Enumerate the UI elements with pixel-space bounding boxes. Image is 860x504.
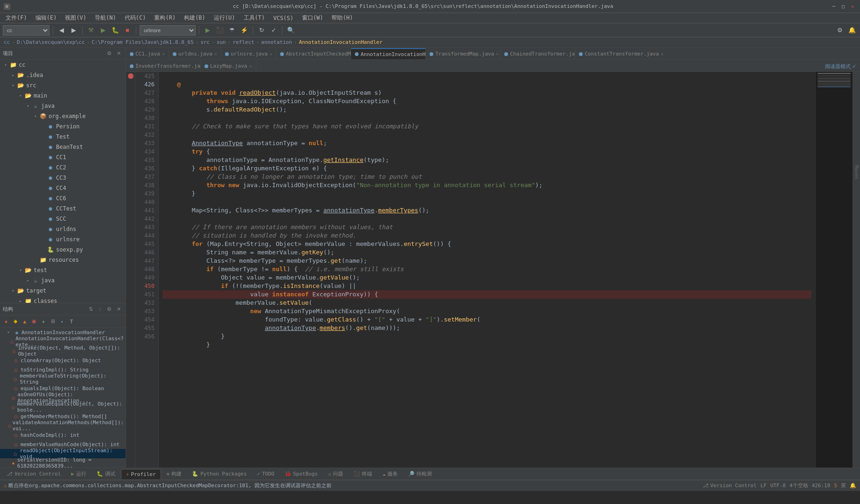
breadcrumb-reflect[interactable]: reflect bbox=[233, 39, 254, 45]
toolbar-back-btn[interactable]: ◀ bbox=[56, 25, 67, 35]
tree-item-beantest[interactable]: ● BeanTest bbox=[0, 142, 126, 152]
tree-item-target[interactable]: ▾ 📂 target bbox=[0, 286, 126, 296]
menu-navigate[interactable]: 导航(N) bbox=[91, 13, 120, 23]
tab-close-constant[interactable]: ✕ bbox=[661, 51, 663, 56]
status-ime[interactable]: S bbox=[834, 483, 837, 489]
toolbar-forward-btn[interactable]: ▶ bbox=[69, 25, 79, 35]
status-lf[interactable]: LF bbox=[761, 483, 767, 489]
menu-file[interactable]: 文件(F) bbox=[2, 13, 31, 23]
menu-code[interactable]: 代码(C) bbox=[121, 13, 150, 23]
tree-item-org-example[interactable]: ▾ 📦 org.example bbox=[0, 111, 126, 121]
breadcrumb-annotation[interactable]: annotation bbox=[261, 39, 292, 45]
status-encoding[interactable]: UTF-8 bbox=[770, 483, 786, 489]
struct-item-invoke[interactable]: ○ invoke(Object, Method, Object[]): Obje… bbox=[0, 346, 126, 356]
tab-invoker[interactable]: InvokerTransformer.java ✕ bbox=[126, 60, 201, 71]
maven-label[interactable]: Maven bbox=[854, 165, 859, 179]
toolbar-coverage-btn[interactable]: ☂ bbox=[227, 25, 237, 35]
tree-item-java[interactable]: ▾ ☕ java bbox=[0, 101, 126, 111]
structure-tool-1[interactable]: ⇅ bbox=[86, 305, 95, 314]
breadcrumb-cc[interactable]: cc bbox=[4, 39, 10, 45]
struct-icon-1[interactable]: ● bbox=[2, 317, 10, 326]
toolbar-commit-btn[interactable]: ✓ bbox=[268, 25, 279, 35]
bottom-tab-inspect[interactable]: 🔎 待检测 bbox=[403, 469, 437, 479]
struct-item-clone[interactable]: ○ cloneArray(Object): Object bbox=[0, 356, 126, 365]
bottom-tab-spotbugs[interactable]: 🐞 SpotBugs bbox=[280, 469, 323, 479]
tree-item-urldns[interactable]: ● urldns bbox=[0, 224, 126, 234]
menu-build[interactable]: 构建(B) bbox=[180, 13, 209, 23]
toolbar-stop-btn[interactable]: ■ bbox=[122, 25, 133, 35]
breadcrumb-sun[interactable]: sun bbox=[217, 39, 226, 45]
tree-item-idea[interactable]: ▸ 📂 .idea bbox=[0, 70, 126, 80]
tree-item-main[interactable]: ▾ 📂 main bbox=[0, 91, 126, 101]
struct-icon-8[interactable]: T bbox=[67, 317, 76, 326]
tab-chained[interactable]: ChainedTransformer.java ✕ bbox=[500, 48, 575, 59]
tab-constant[interactable]: ConstantTransformer.java ✕ bbox=[575, 48, 650, 59]
tab-close-transformed[interactable]: ✕ bbox=[496, 51, 499, 56]
struct-icon-6[interactable]: ⊞ bbox=[49, 317, 57, 326]
bottom-tab-services[interactable]: ☁ 服务 bbox=[378, 469, 402, 479]
bottom-tab-build[interactable]: ⚒ 构建 bbox=[162, 469, 187, 479]
struct-item-validate[interactable]: ○ validateAnnotationMethods(Method[]): v… bbox=[0, 421, 126, 430]
struct-item-hashcode[interactable]: ○ hashCodeImpl(): int bbox=[0, 430, 126, 440]
toolbar-update-btn[interactable]: ↻ bbox=[256, 25, 267, 35]
tree-item-classes[interactable]: ▸ 📁 classes bbox=[0, 296, 126, 303]
toolbar-debug-config-btn[interactable]: ⬛ bbox=[215, 25, 225, 35]
menu-view[interactable]: 视图(V) bbox=[61, 13, 90, 23]
toolbar-debug-btn[interactable]: 🐛 bbox=[110, 25, 120, 35]
bottom-tab-debug[interactable]: 🐛 调试 bbox=[92, 469, 120, 479]
tab-transformedmap[interactable]: TransformedMap.java ✕ bbox=[426, 48, 500, 59]
reading-mode-btn[interactable]: 阅读器模式 ✓ bbox=[821, 61, 860, 71]
struct-icon-4[interactable]: ◉ bbox=[30, 317, 38, 326]
structure-tool-2[interactable]: ↑ bbox=[96, 305, 104, 314]
struct-icon-5[interactable]: ♦ bbox=[39, 317, 48, 326]
status-notifications[interactable]: 🔔 bbox=[850, 483, 856, 489]
tab-close-lazymap[interactable]: ✕ bbox=[249, 63, 252, 69]
menu-run[interactable]: 运行(U) bbox=[210, 13, 239, 23]
code-editor[interactable]: 425 426 427 428 429 430 431 432 433 434 … bbox=[126, 72, 860, 468]
tab-cc1[interactable]: CC1.java ✕ bbox=[126, 48, 169, 59]
tree-item-src[interactable]: ▾ 📂 src bbox=[0, 80, 126, 91]
bottom-tab-todo[interactable]: ✓ TODO bbox=[253, 469, 279, 479]
bottom-tab-run[interactable]: ▶ 运行 bbox=[66, 469, 91, 479]
minimize-btn[interactable]: ─ bbox=[830, 3, 838, 10]
breadcrumb-src[interactable]: src bbox=[200, 39, 210, 45]
tree-item-cc[interactable]: ▾ 📁 cc bbox=[0, 60, 126, 70]
tree-item-cc6[interactable]: ● CC6 bbox=[0, 193, 126, 203]
status-indent[interactable]: 4个空格 bbox=[790, 482, 808, 489]
tree-item-persion[interactable]: ● Persion bbox=[0, 121, 126, 132]
breadcrumb-data[interactable]: D:\Data\secquan\exp\cc bbox=[17, 39, 85, 45]
struct-icon-7[interactable]: ▪ bbox=[58, 317, 66, 326]
struct-item-membervaluetostring[interactable]: ○ memberValueToString(Object): String bbox=[0, 374, 126, 384]
tab-close-cc1[interactable]: ✕ bbox=[162, 51, 165, 56]
tab-lazymap[interactable]: LazyMap.java ✕ bbox=[201, 60, 256, 71]
breadcrumb-jdk[interactable]: C:\Program Files\Java\jdk1.8.0_65 bbox=[92, 39, 194, 45]
project-dropdown[interactable]: cc bbox=[3, 25, 49, 35]
struct-icon-3[interactable]: ▲ bbox=[21, 317, 29, 326]
toolbar-run-btn[interactable]: ▶ bbox=[98, 25, 108, 35]
tree-item-cctest[interactable]: ● CCTest bbox=[0, 203, 126, 214]
code-text[interactable]: @ private void readObject(java.io.Object… bbox=[159, 72, 815, 468]
menu-refactor[interactable]: 重构(R) bbox=[150, 13, 179, 23]
toolbar-search-btn[interactable]: 🔍 bbox=[286, 25, 296, 35]
toolbar-run-config-btn[interactable]: ▶ bbox=[203, 25, 213, 35]
close-btn[interactable]: ✕ bbox=[849, 3, 856, 10]
tree-item-cc4[interactable]: ● CC4 bbox=[0, 183, 126, 193]
breadcrumb-handler[interactable]: AnnotationInvocationHandler bbox=[299, 39, 382, 45]
tree-item-cc1[interactable]: ● CC1 bbox=[0, 152, 126, 162]
menu-vcs[interactable]: VCS(S) bbox=[269, 14, 297, 22]
tree-item-test-java[interactable]: ▸ ☕ java bbox=[0, 275, 126, 286]
tree-item-soexp[interactable]: 🐍 soexp.py bbox=[0, 245, 126, 255]
menu-edit[interactable]: 编辑(E) bbox=[32, 13, 61, 23]
maximize-btn[interactable]: □ bbox=[839, 3, 847, 10]
tab-urldns[interactable]: urldns.java ✕ bbox=[169, 48, 221, 59]
tab-close-urlnsre[interactable]: ✕ bbox=[269, 51, 272, 56]
struct-item-serialversionuid[interactable]: ▪ serialVersionUID: long = 6182022883658… bbox=[0, 458, 126, 468]
bottom-tab-profiler[interactable]: ⚡ Profiler bbox=[121, 469, 161, 479]
toolbar-notifications-btn[interactable]: 🔔 bbox=[847, 25, 857, 35]
config-dropdown[interactable]: urlinsre bbox=[140, 25, 196, 35]
status-git[interactable]: ⎇ Version Control bbox=[703, 483, 756, 489]
project-tool-close[interactable]: ✕ bbox=[114, 49, 123, 58]
struct-item-membervalueequals[interactable]: ○ memberValueEquals(Object, Object): boo… bbox=[0, 402, 126, 412]
bottom-tab-problems[interactable]: ⚠ 问题 bbox=[324, 469, 348, 479]
project-tool-settings[interactable]: ⚙ bbox=[105, 49, 113, 58]
